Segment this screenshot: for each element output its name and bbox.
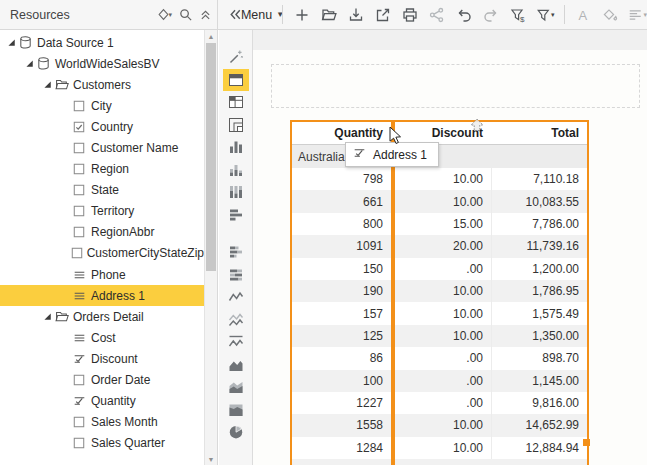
stacked-column-chart-tool[interactable] xyxy=(223,159,249,182)
table-cell[interactable]: 1091 xyxy=(292,235,391,257)
table-cell[interactable]: 1284 xyxy=(292,437,391,459)
tree-item-customercitystatezip[interactable]: CustomerCityStateZip xyxy=(0,243,204,264)
tree-item-territory[interactable]: Territory xyxy=(0,201,204,222)
table-row[interactable]: 66110.0010,083.55 xyxy=(292,190,587,212)
table-cell[interactable]: 14,652.99 xyxy=(491,414,587,436)
scroll-up-arrow-icon[interactable]: ▲ xyxy=(205,30,217,42)
undo-button[interactable] xyxy=(454,2,474,28)
table-row[interactable]: 128410.0012,884.94 xyxy=(292,437,587,459)
tree-item-address-1[interactable]: Address 1 xyxy=(0,285,204,306)
checkbox-icon[interactable] xyxy=(70,246,86,260)
full-stacked-area-chart-tool[interactable] xyxy=(223,399,249,422)
tree-item-customer-name[interactable]: Customer Name xyxy=(0,137,204,158)
tree-item-data-source-1[interactable]: Data Source 1 xyxy=(0,32,204,53)
crosstab-tool[interactable] xyxy=(223,91,249,114)
tree-item-quantity[interactable]: Quantity xyxy=(0,391,204,412)
checkbox-icon[interactable] xyxy=(72,373,91,387)
table-cell[interactable]: 1558 xyxy=(292,414,391,436)
table-cell[interactable]: .00 xyxy=(391,370,491,392)
table-cell[interactable]: 1,145.00 xyxy=(491,370,587,392)
table-cell[interactable]: 798 xyxy=(292,168,391,190)
table-cell[interactable]: 20.00 xyxy=(391,235,491,257)
filter-currency-button[interactable]: $ xyxy=(508,2,528,28)
export-button[interactable] xyxy=(373,2,393,28)
table-cell[interactable]: 661 xyxy=(292,190,391,212)
tree-item-discount[interactable]: Discount xyxy=(0,348,204,369)
menu-button[interactable]: Menu▼ xyxy=(252,2,273,28)
table-row[interactable]: 15710.001,575.49 xyxy=(292,302,587,324)
table-cell[interactable]: 10.00 xyxy=(391,414,491,436)
table-cell[interactable]: .00 xyxy=(391,392,491,414)
tree-item-city[interactable]: City xyxy=(0,95,204,116)
table-cell[interactable]: 190 xyxy=(292,280,391,302)
stacked-area-chart-tool[interactable] xyxy=(223,376,249,399)
line-chart-tool[interactable] xyxy=(223,286,249,309)
expander-icon[interactable] xyxy=(23,59,36,68)
scroll-down-arrow-icon[interactable]: ▼ xyxy=(205,453,217,465)
table-cell[interactable]: 10.00 xyxy=(391,280,491,302)
report-header-placeholder[interactable] xyxy=(271,64,640,108)
table-cell[interactable]: 1,786.95 xyxy=(491,280,587,302)
stacked-line-chart-tool[interactable] xyxy=(223,309,249,332)
table-cell[interactable]: 800 xyxy=(292,213,391,235)
table-cell[interactable]: 10.00 xyxy=(391,302,491,324)
table-cell[interactable]: 7,786.00 xyxy=(491,213,587,235)
table-cell[interactable]: 15.00 xyxy=(391,213,491,235)
pie-chart-tool[interactable] xyxy=(223,421,249,444)
collapse-panel-icon[interactable] xyxy=(199,8,212,21)
column-header-quantity[interactable]: Quantity xyxy=(292,122,391,144)
resources-scrollbar[interactable]: ▲ ▼ xyxy=(204,30,217,465)
filter-button[interactable]: ▾ xyxy=(535,2,555,28)
table-row[interactable]: 100.001,145.00 xyxy=(292,370,587,392)
full-stacked-bar-chart-tool[interactable] xyxy=(223,264,249,287)
stacked-bar-chart-tool[interactable] xyxy=(223,241,249,264)
wizard-tool[interactable] xyxy=(223,46,249,69)
table-cell[interactable]: 898.70 xyxy=(491,347,587,369)
table-row[interactable]: 86.00898.70 xyxy=(292,347,587,369)
table-row[interactable]: 79810.007,110.18 xyxy=(292,168,587,190)
table-cell[interactable]: 1,200.00 xyxy=(491,258,587,280)
design-canvas[interactable]: QuantityDiscountTotalAustralia79810.007,… xyxy=(253,30,647,465)
column-header-total[interactable]: Total xyxy=(491,122,587,144)
table-cell[interactable]: 10.00 xyxy=(391,325,491,347)
area-chart-tool[interactable] xyxy=(223,354,249,377)
checkbox-icon[interactable] xyxy=(72,436,91,450)
tree-item-orders-detail[interactable]: Orders Detail xyxy=(0,306,204,327)
group-header-row[interactable]: Australia xyxy=(292,145,587,168)
scrollbar-thumb[interactable] xyxy=(206,43,216,271)
table-cell[interactable]: .00 xyxy=(391,347,491,369)
report-page[interactable]: QuantityDiscountTotalAustralia79810.007,… xyxy=(253,50,647,465)
table-row[interactable]: 19010.001,786.95 xyxy=(292,280,587,302)
table-cell[interactable]: 157 xyxy=(292,302,391,324)
tree-item-order-date[interactable]: Order Date xyxy=(0,370,204,391)
table-cell[interactable]: 12,884.94 xyxy=(491,437,587,459)
checkbox-icon[interactable] xyxy=(72,141,91,155)
subreport-tool[interactable] xyxy=(223,114,249,137)
checkbox-icon[interactable] xyxy=(72,204,91,218)
expander-icon[interactable] xyxy=(5,38,18,47)
tree-item-sales-quarter[interactable]: Sales Quarter xyxy=(0,433,204,454)
table-cell[interactable]: 10.00 xyxy=(391,437,491,459)
checkbox-icon[interactable] xyxy=(72,183,91,197)
table-cell[interactable]: 10.00 xyxy=(391,190,491,212)
search-icon[interactable] xyxy=(178,7,193,22)
table-row[interactable]: 1227.009,816.00 xyxy=(292,392,587,414)
table-cell[interactable]: 125 xyxy=(292,325,391,347)
expander-icon[interactable] xyxy=(41,80,54,89)
full-stacked-line-chart-tool[interactable] xyxy=(223,331,249,354)
table-cell[interactable]: 11,739.16 xyxy=(491,235,587,257)
table-row[interactable]: 12510.001,350.00 xyxy=(292,325,587,347)
table-resize-handle[interactable] xyxy=(583,439,590,446)
tree-item-worldwidesalesbv[interactable]: WorldWideSalesBV xyxy=(0,53,204,74)
new-button[interactable] xyxy=(292,2,312,28)
table-cell[interactable]: .00 xyxy=(391,258,491,280)
table-cell[interactable]: 10,083.55 xyxy=(491,190,587,212)
table-row[interactable]: 150.001,200.00 xyxy=(292,258,587,280)
sort-icon[interactable]: ▾ xyxy=(156,7,172,22)
table-cell[interactable]: 1,575.49 xyxy=(491,302,587,324)
checkbox-checked-icon[interactable] xyxy=(72,120,91,134)
tree-item-cost[interactable]: Cost xyxy=(0,327,204,348)
table-cell[interactable]: 150 xyxy=(292,258,391,280)
column-chart-tool[interactable] xyxy=(223,136,249,159)
tree-item-customers[interactable]: Customers xyxy=(0,74,204,95)
